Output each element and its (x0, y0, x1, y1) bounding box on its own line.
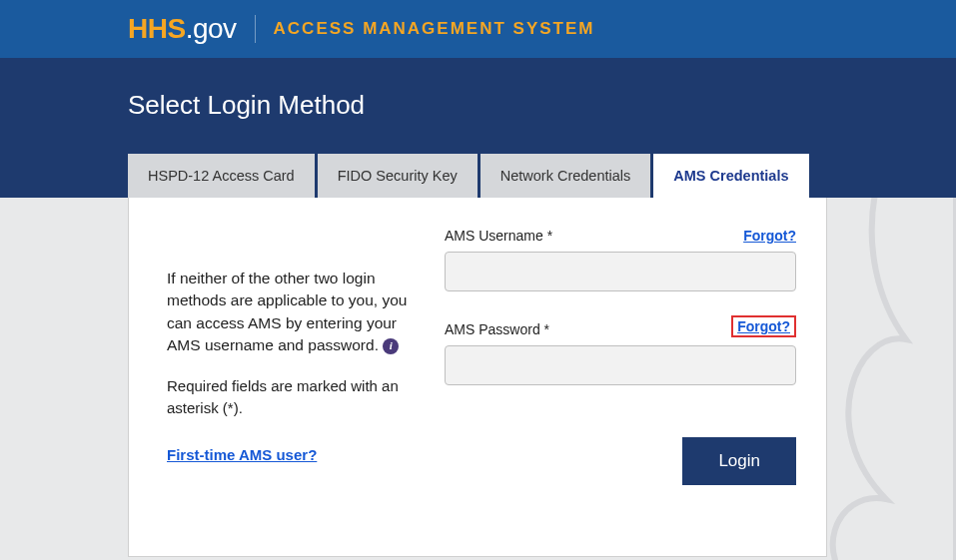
page-title: Select Login Method (128, 90, 956, 121)
top-bar: HHS.gov ACCESS MANAGEMENT SYSTEM (0, 0, 956, 58)
hero-bar: Select Login Method HSPD-12 Access Card … (0, 58, 956, 198)
logo-suffix: .gov (186, 13, 237, 44)
username-group: AMS Username * Forgot? (445, 228, 796, 291)
forgot-username-link[interactable]: Forgot? (743, 228, 796, 244)
app-title: ACCESS MANAGEMENT SYSTEM (274, 19, 595, 39)
form-column: AMS Username * Forgot? AMS Password * Fo… (435, 228, 796, 526)
password-group: AMS Password * Forgot? (445, 315, 796, 385)
username-input[interactable] (445, 252, 796, 291)
instructions-column: If neither of the other two login method… (167, 228, 435, 526)
login-card: If neither of the other two login method… (128, 198, 827, 557)
intro-text: If neither of the other two login method… (167, 268, 415, 357)
site-logo: HHS.gov (128, 13, 237, 45)
header-divider (255, 15, 256, 43)
login-button[interactable]: Login (682, 437, 796, 485)
first-time-link[interactable]: First-time AMS user? (167, 446, 317, 463)
tab-fido[interactable]: FIDO Security Key (318, 154, 478, 198)
password-input[interactable] (445, 345, 796, 385)
tab-network[interactable]: Network Credentials (480, 154, 651, 198)
tab-ams[interactable]: AMS Credentials (653, 154, 808, 198)
password-label: AMS Password * (445, 321, 549, 337)
tab-hspd12[interactable]: HSPD-12 Access Card (128, 154, 315, 198)
info-icon[interactable]: i (383, 338, 399, 354)
logo-brand: HHS (128, 13, 186, 44)
required-note: Required fields are marked with an aster… (167, 375, 415, 419)
login-tabs: HSPD-12 Access Card FIDO Security Key Ne… (128, 154, 809, 198)
forgot-password-link[interactable]: Forgot? (731, 315, 796, 337)
intro-text-content: If neither of the other two login method… (167, 270, 407, 353)
username-label: AMS Username * (445, 228, 552, 244)
